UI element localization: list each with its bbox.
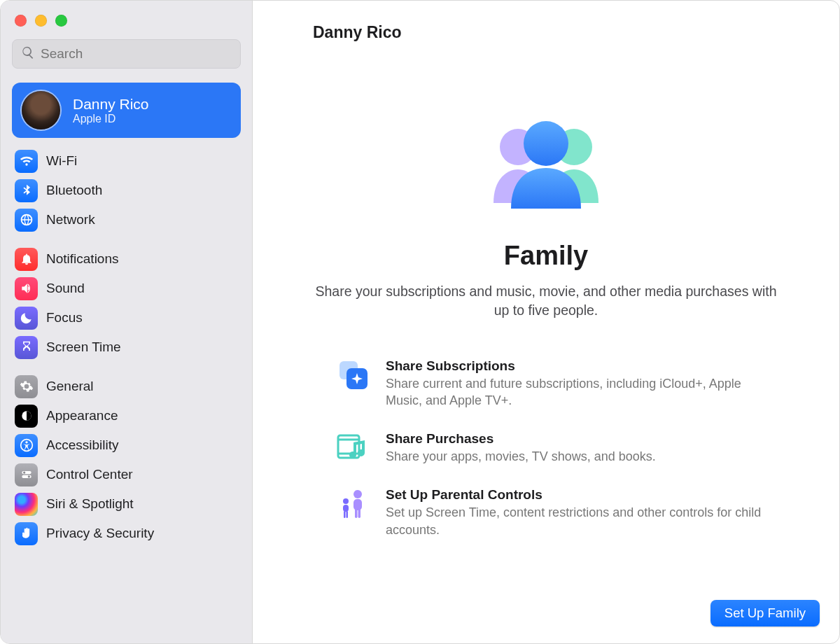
sidebar-item-screentime[interactable]: Screen Time	[10, 332, 242, 362]
search-icon	[21, 46, 41, 63]
search-input[interactable]	[41, 46, 232, 62]
sidebar-item-label: Control Center	[46, 467, 133, 482]
globe-icon	[15, 209, 38, 232]
moon-icon	[15, 307, 38, 330]
minimize-window-button[interactable]	[35, 15, 47, 27]
sidebar-item-privacy[interactable]: Privacy & Security	[10, 519, 242, 548]
feature-title: Share Purchases	[386, 431, 656, 447]
sidebar-item-appearance[interactable]: Appearance	[10, 401, 242, 430]
avatar	[22, 91, 60, 130]
feature-title: Set Up Parental Controls	[386, 487, 769, 503]
sidebar-item-label: Privacy & Security	[46, 526, 154, 541]
sidebar-item-label: Wi-Fi	[46, 153, 77, 169]
maximize-window-button[interactable]	[55, 15, 67, 27]
sidebar-item-label: Siri & Spotlight	[46, 496, 134, 512]
search-box[interactable]	[12, 39, 241, 69]
accessibility-icon	[15, 434, 38, 457]
sidebar-item-notifications[interactable]: Notifications	[10, 244, 242, 274]
sidebar-item-label: Appearance	[46, 408, 118, 424]
svg-rect-16	[354, 499, 362, 510]
window-controls	[1, 10, 252, 39]
family-hero: Family Share your subscriptions and musi…	[281, 119, 811, 358]
account-name: Danny Rico	[73, 95, 149, 113]
switches-icon	[15, 463, 38, 486]
account-card[interactable]: Danny Rico Apple ID	[12, 83, 241, 138]
sidebar-item-accessibility[interactable]: Accessibility	[10, 430, 242, 460]
sidebar-item-label: General	[46, 379, 94, 394]
sidebar: Danny Rico Apple ID Wi-Fi Bluetooth	[1, 1, 253, 643]
sidebar-item-focus[interactable]: Focus	[10, 303, 242, 332]
svg-rect-21	[344, 511, 346, 518]
gear-icon	[15, 375, 38, 398]
feature-share-subscriptions: Share Subscriptions Share current and fu…	[337, 358, 769, 410]
svg-point-19	[343, 498, 349, 504]
sidebar-item-controlcenter[interactable]: Control Center	[10, 460, 242, 489]
family-people-icon	[472, 119, 620, 224]
sparkle-subscription-icon	[337, 358, 370, 392]
sidebar-item-label: Focus	[46, 310, 83, 326]
bell-icon	[15, 248, 38, 271]
feature-title: Share Subscriptions	[386, 358, 769, 374]
close-window-button[interactable]	[15, 15, 27, 27]
appearance-icon	[15, 405, 38, 428]
svg-rect-18	[358, 508, 361, 518]
bluetooth-icon	[15, 179, 38, 202]
svg-point-15	[354, 490, 362, 498]
feature-desc: Share current and future subscriptions, …	[386, 375, 769, 410]
sidebar-item-wifi[interactable]: Wi-Fi	[10, 146, 242, 176]
feature-share-purchases: Share Purchases Share your apps, movies,…	[337, 431, 769, 465]
sidebar-item-sound[interactable]: Sound	[10, 274, 242, 303]
svg-point-4	[23, 471, 25, 473]
hero-description: Share your subscriptions and music, movi…	[315, 282, 777, 321]
main-content: Danny Rico	[253, 1, 839, 643]
svg-rect-22	[346, 511, 349, 518]
page-title: Danny Rico	[313, 23, 811, 42]
feature-parental-controls: Set Up Parental Controls Set up Screen T…	[337, 487, 769, 538]
media-icon	[337, 431, 370, 465]
svg-rect-20	[343, 505, 349, 512]
sidebar-item-label: Bluetooth	[46, 183, 102, 198]
hand-icon	[15, 522, 38, 545]
svg-point-9	[524, 121, 568, 166]
sidebar-item-label: Screen Time	[46, 340, 121, 355]
sidebar-list: Wi-Fi Bluetooth Network	[1, 146, 252, 558]
sidebar-item-network[interactable]: Network	[10, 205, 242, 234]
speaker-icon	[15, 277, 38, 300]
feature-desc: Set up Screen Time, content restrictions…	[386, 504, 769, 538]
account-subtitle: Apple ID	[73, 113, 149, 125]
parent-child-icon	[337, 487, 370, 521]
sidebar-item-label: Accessibility	[46, 438, 118, 453]
sidebar-item-label: Sound	[46, 281, 85, 296]
svg-point-6	[27, 475, 29, 477]
siri-icon	[15, 493, 38, 516]
sidebar-item-siri[interactable]: Siri & Spotlight	[10, 489, 242, 519]
feature-desc: Share your apps, movies, TV shows, and b…	[386, 448, 656, 465]
sidebar-item-label: Notifications	[46, 251, 119, 267]
sidebar-item-general[interactable]: General	[10, 372, 242, 401]
hero-title: Family	[504, 241, 588, 271]
sidebar-item-label: Network	[46, 212, 95, 227]
set-up-family-button[interactable]: Set Up Family	[710, 600, 820, 626]
features-list: Share Subscriptions Share current and fu…	[337, 358, 769, 561]
settings-window: Danny Rico Apple ID Wi-Fi Bluetooth	[0, 0, 840, 644]
sidebar-item-bluetooth[interactable]: Bluetooth	[10, 176, 242, 205]
svg-rect-17	[355, 508, 358, 518]
wifi-icon	[15, 150, 38, 173]
svg-point-2	[25, 441, 27, 443]
hourglass-icon	[15, 336, 38, 359]
